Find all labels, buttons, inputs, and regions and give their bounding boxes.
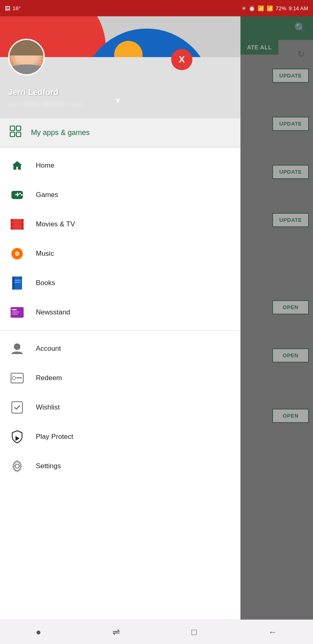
wishlist-label: Wishlist	[36, 403, 60, 412]
svg-rect-15	[21, 223, 24, 226]
avatar-face	[9, 40, 44, 74]
account-icon	[10, 341, 24, 356]
sidebar-item-music[interactable]: Music	[0, 239, 240, 268]
my-apps-item[interactable]: My apps & games	[0, 118, 240, 147]
sidebar-item-books[interactable]: Books	[0, 268, 240, 298]
books-label: Books	[36, 279, 55, 287]
drawer-panel: X Jerri Ledford jerri.ledford@gmail.com …	[0, 16, 240, 644]
my-apps-section: My apps & games	[0, 118, 240, 147]
svg-point-7	[19, 193, 21, 195]
wifi-icon: 📶	[258, 5, 264, 11]
battery: 72%	[276, 5, 286, 11]
status-bar: 🖼 16° ✳ ⏰ 📶 📶 72% 9:14 AM	[0, 0, 313, 16]
drawer-backdrop[interactable]	[240, 16, 313, 644]
close-icon: X	[179, 54, 185, 65]
home-icon	[10, 158, 24, 173]
svg-rect-23	[15, 282, 20, 283]
svg-rect-13	[11, 227, 13, 230]
my-apps-label: My apps & games	[31, 128, 90, 137]
sidebar-item-newsstand[interactable]: Newsstand	[0, 298, 240, 327]
avatar-hair	[9, 40, 44, 55]
nav-back-button[interactable]: ←	[262, 624, 284, 641]
books-icon	[10, 276, 24, 290]
account-label: Account	[36, 345, 61, 353]
svg-rect-27	[12, 314, 18, 314]
sidebar-item-home[interactable]: Home	[0, 151, 240, 180]
nav-home-button[interactable]: □	[185, 624, 203, 641]
close-button[interactable]: X	[171, 49, 192, 70]
avatar	[8, 39, 45, 75]
svg-rect-31	[16, 377, 22, 378]
movies-icon	[10, 217, 24, 232]
svg-rect-16	[21, 227, 24, 230]
nav-recent-button[interactable]: ●	[29, 624, 48, 641]
svg-rect-21	[12, 277, 14, 290]
svg-rect-3	[16, 132, 21, 137]
sidebar-item-account[interactable]: Account	[0, 334, 240, 363]
bottom-nav: ● ⇌ □ ←	[0, 620, 313, 644]
svg-rect-6	[17, 193, 18, 197]
svg-point-34	[15, 464, 19, 468]
status-right: ✳ ⏰ 📶 📶 72% 9:14 AM	[242, 5, 308, 11]
photo-icon: 🖼	[5, 5, 10, 11]
temperature: 16°	[13, 5, 21, 11]
sidebar-item-redeem[interactable]: Redeem	[0, 363, 240, 393]
drawer-header: X Jerri Ledford jerri.ledford@gmail.com …	[0, 16, 240, 118]
drawer-overlay: X Jerri Ledford jerri.ledford@gmail.com …	[0, 16, 313, 644]
games-label: Games	[36, 191, 58, 199]
alarm-icon: ⏰	[249, 5, 255, 11]
svg-marker-33	[15, 436, 20, 441]
newsstand-icon	[10, 305, 24, 320]
sidebar-item-wishlist[interactable]: Wishlist	[0, 393, 240, 422]
menu-list: Home Games	[0, 148, 240, 644]
sidebar-item-movies[interactable]: Movies & TV	[0, 210, 240, 239]
playprotect-icon	[10, 429, 24, 444]
redeem-icon	[10, 371, 24, 385]
home-label: Home	[36, 162, 54, 170]
sidebar-item-playprotect[interactable]: Play Protect	[0, 422, 240, 451]
svg-point-30	[12, 376, 15, 380]
playprotect-label: Play Protect	[36, 433, 73, 441]
redeem-label: Redeem	[36, 374, 62, 382]
svg-rect-26	[12, 312, 19, 312]
movies-label: Movies & TV	[36, 220, 75, 228]
settings-label: Settings	[36, 462, 61, 470]
dropdown-arrow-icon[interactable]: ▼	[114, 97, 121, 105]
signal-icon: 📶	[267, 5, 273, 11]
svg-rect-0	[10, 126, 15, 131]
my-apps-icon	[10, 126, 21, 139]
svg-rect-32	[12, 402, 22, 413]
sidebar-item-settings[interactable]: Settings	[0, 451, 240, 481]
svg-rect-22	[15, 280, 20, 281]
newsstand-label: Newsstand	[36, 308, 70, 316]
svg-rect-11	[11, 219, 13, 221]
time: 9:14 AM	[289, 5, 308, 11]
svg-rect-25	[12, 309, 17, 310]
svg-rect-2	[10, 132, 15, 137]
svg-point-19	[16, 253, 18, 255]
svg-rect-12	[11, 223, 13, 226]
nav-swap-button[interactable]: ⇌	[106, 624, 126, 641]
bluetooth-icon: ✳	[242, 5, 246, 11]
wishlist-icon	[10, 400, 24, 415]
svg-rect-1	[16, 126, 21, 131]
svg-point-8	[21, 194, 22, 196]
svg-point-28	[14, 343, 20, 350]
games-icon	[10, 188, 24, 202]
svg-rect-14	[21, 219, 24, 221]
user-email: jerri.ledford@gmail.com	[8, 101, 83, 107]
music-icon	[10, 246, 24, 261]
music-label: Music	[36, 250, 54, 258]
section-divider	[0, 330, 240, 331]
avatar-body	[9, 64, 44, 74]
sidebar-item-games[interactable]: Games	[0, 180, 240, 210]
status-left: 🖼 16°	[5, 5, 21, 11]
user-name: Jerri Ledford	[8, 88, 58, 97]
settings-icon	[10, 459, 24, 474]
